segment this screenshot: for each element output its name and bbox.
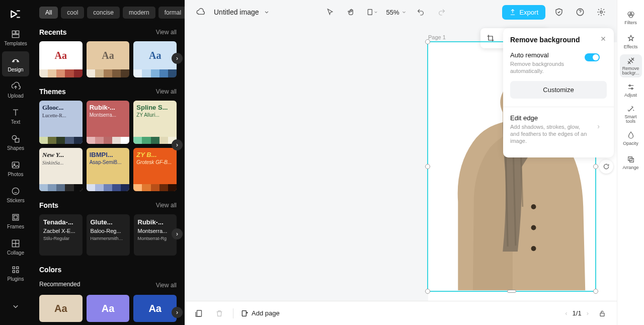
resize-handle-mr[interactable] [593,164,598,169]
fonts-scroll-right[interactable]: › [172,228,183,239]
add-page-label: Add page [252,309,280,317]
rail-stickers-label: Stickers [7,198,25,203]
add-page-button[interactable]: Add page [240,309,280,317]
shield-icon[interactable] [551,5,567,20]
color-card-0[interactable]: Aa [39,295,83,322]
section-themes: Themes View all Glooc...Lucette-R...Rubi… [31,83,185,196]
remove-bg-title: Remove background [510,36,580,44]
themes-viewall[interactable]: View all [156,88,177,95]
rail-collage-label: Collage [7,250,24,256]
prop-remove-bg[interactable]: Remove backgr... [620,54,642,77]
rail-more[interactable] [2,294,29,319]
svg-point-5 [12,135,16,139]
theme-card-2[interactable]: Spline S...ZY Alluri... [133,101,177,144]
theme-card-1[interactable]: Rubik-...Montserra... [87,101,130,144]
edit-edge-chevron-icon[interactable]: › [597,122,600,130]
rotate-handle[interactable] [599,159,613,174]
rail-photos[interactable]: Photos [2,156,29,181]
pointer-tool-icon[interactable] [323,5,338,20]
rail-stickers[interactable]: Stickers [2,182,29,207]
svg-rect-13 [13,267,15,269]
svg-rect-2 [12,35,19,38]
main-area: Untitled image 55% Export Page 1 [185,0,617,325]
rail-text[interactable]: Text [2,104,29,129]
rail-frames[interactable]: Frames [2,208,29,233]
export-button[interactable]: Export [502,5,545,20]
filter-bar: All cool concise modern formal [31,0,185,23]
rail-plugins[interactable]: Plugins [2,261,29,286]
theme-card-4[interactable]: IBMPl...Asap-SemiB... [87,148,130,191]
resize-handle-ml[interactable] [425,164,430,169]
rail-design-label: Design [8,67,23,72]
edit-edge-desc: Add shadows, strokes, glow, and feathers… [510,123,591,145]
redo-icon[interactable] [434,5,449,20]
chip-concise[interactable]: concise [87,7,120,19]
recent-card-0[interactable]: Aa [39,41,83,77]
settings-icon[interactable] [594,5,609,20]
pager-prev[interactable]: ‹ [565,309,567,317]
colors-viewall[interactable]: View all [156,282,177,289]
font-card-1[interactable]: Glute...Baloo-Reg...HammersmithOn... [87,214,130,256]
recents-title: Recents [39,28,66,36]
recents-viewall[interactable]: View all [156,29,177,36]
prop-filters[interactable]: Filters [620,6,642,29]
chip-all[interactable]: All [39,7,58,19]
colors-title: Colors [39,266,61,274]
lock-icon[interactable] [596,307,609,320]
color-card-2[interactable]: Aa [133,295,177,322]
cloud-sync-icon[interactable] [193,5,208,20]
resize-handle-br[interactable] [593,289,598,294]
color-card-1[interactable]: Aa [87,295,130,322]
pager-next[interactable]: › [587,309,589,317]
recent-card-1[interactable]: Aa [87,41,130,77]
theme-card-3[interactable]: New Y...SinkinSa... [39,148,83,191]
prop-opacity[interactable]: Opacity [620,127,642,150]
theme-card-0[interactable]: Glooc...Lucette-R... [39,101,83,144]
rail-upload[interactable]: Upload [2,77,29,103]
chip-modern[interactable]: modern [123,7,155,19]
prop-adjust[interactable]: Adjust [620,78,642,102]
resize-handle-tl[interactable] [425,39,430,44]
font-card-0[interactable]: Tenada-...Zacbel X-E...Stilu-Regular [39,214,83,256]
edit-edge-label: Edit edge [510,114,607,122]
trash-icon[interactable] [213,307,226,320]
canvas[interactable]: Page 1 [185,24,617,301]
pager-text: 1/1 [573,309,582,317]
auto-removal-toggle[interactable] [585,53,600,61]
close-icon[interactable] [600,35,607,44]
colors-subtitle: Recommended [39,281,80,288]
hand-tool-icon[interactable] [344,5,359,20]
prop-smart-tools[interactable]: Smart tools [620,103,642,126]
rail-templates[interactable]: Templates [2,25,29,50]
fonts-viewall[interactable]: View all [156,202,177,209]
canvas-size-icon[interactable] [365,5,380,20]
svg-rect-10 [13,214,19,220]
design-panel: All cool concise modern formal Recents V… [31,0,185,325]
customize-button[interactable]: Customize [510,81,607,99]
document-title[interactable]: Untitled image [214,8,270,16]
svg-rect-14 [17,267,19,269]
recents-scroll-right[interactable]: › [172,53,183,64]
rail-collage[interactable]: Collage [2,234,29,260]
font-card-2[interactable]: Rubik-...Montserra...Montserrat-Rg [134,214,177,256]
prop-effects[interactable]: Effects [620,30,642,53]
rail-shapes[interactable]: Shapes [2,130,29,155]
recent-card-2[interactable]: Aa [133,41,177,77]
theme-card-5[interactable]: ZY B...Grotesk GF-B... [133,148,177,191]
themes-scroll-right[interactable]: › [172,139,183,150]
help-icon[interactable] [573,5,588,20]
chip-cool[interactable]: cool [61,7,84,19]
rail-text-label: Text [11,119,20,125]
pages-icon[interactable] [193,307,206,320]
themes-title: Themes [39,88,66,96]
colors-scroll-right[interactable]: › [172,307,183,318]
rail-design[interactable]: Design [2,51,29,76]
resize-handle-bl[interactable] [425,289,430,294]
app-logo[interactable] [4,4,27,24]
resize-handle-bottom[interactable] [507,290,516,293]
svg-rect-0 [12,31,15,34]
undo-icon[interactable] [413,5,428,20]
zoom-level[interactable]: 55% [386,9,407,16]
chip-formal[interactable]: formal [158,7,185,19]
prop-arrange[interactable]: Arrange [620,151,642,174]
